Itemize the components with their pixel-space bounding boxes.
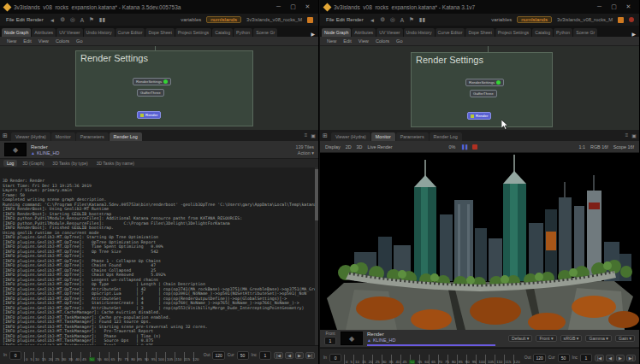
transport-button[interactable]: ◀ <box>285 352 293 359</box>
pane-tab[interactable]: Undo History <box>404 28 435 37</box>
menu-item[interactable]: File <box>325 17 335 22</box>
pane-menu-icon[interactable]: ⊞ <box>3 132 8 139</box>
render-indicator-icon[interactable] <box>618 17 624 23</box>
titlebar[interactable]: 3v3islands_v08_rocks_expansion.katana* -… <box>0 0 318 14</box>
nodegraph-menu-item[interactable]: Edit <box>23 38 32 44</box>
monitor-toolbar-item[interactable]: 2D <box>346 144 352 150</box>
out-field[interactable]: 120 <box>533 354 545 362</box>
pane-tab[interactable]: UV Viewer <box>376 28 402 37</box>
pane-tab[interactable]: Node Graph <box>2 28 31 37</box>
pane-tab[interactable]: Python <box>234 28 252 37</box>
detach-icon[interactable]: ▣ <box>311 132 316 138</box>
transport-button[interactable]: |◀ <box>274 352 283 359</box>
gaffer-node[interactable]: GafferThree <box>470 90 497 97</box>
frame-ruler[interactable]: 0510152025303540455055606570758085909510… <box>24 349 201 361</box>
pane-menu-icon[interactable]: ⊞ <box>323 132 328 139</box>
pane-tab[interactable]: Scene Gr <box>573 28 597 37</box>
out-field[interactable]: 120 <box>212 351 224 360</box>
inc-field[interactable]: 1 <box>259 351 271 360</box>
pause-render-icon[interactable]: ❚❚ <box>460 144 467 150</box>
nodegraph-menu-item[interactable]: Go <box>396 38 402 44</box>
nodegraph-menu-item[interactable]: Go <box>76 38 82 44</box>
pane-tab[interactable]: Project Settings <box>175 28 211 37</box>
render-thumbnail[interactable]: ◆ <box>341 332 363 345</box>
pin-icon[interactable]: ≡ <box>305 132 308 138</box>
monitor-view-option[interactable]: 1:1 <box>579 144 586 150</box>
close-button[interactable]: ✕ <box>622 2 635 12</box>
search-icon[interactable]: ◎ <box>390 16 395 23</box>
inc-field[interactable]: 1 <box>580 354 592 362</box>
transport-button[interactable]: ▶| <box>626 355 636 361</box>
backdrop-node[interactable]: Render Settings <box>75 50 253 126</box>
menu-item[interactable]: Render <box>26 17 44 22</box>
render-pause-icon[interactable]: ▮▮ <box>419 16 425 23</box>
action-dropdown[interactable]: Action ▾ <box>298 150 314 156</box>
maximize-button[interactable]: ▢ <box>607 2 620 12</box>
stop-render-icon[interactable] <box>472 144 477 150</box>
stop-render-icon[interactable] <box>629 17 634 22</box>
pane-tab[interactable]: UV Viewer <box>56 28 82 37</box>
transport-button[interactable]: |◀ <box>595 355 604 361</box>
render-pause-icon[interactable]: ▮▮ <box>99 16 105 23</box>
node-graph-canvas[interactable]: Render Settings RenderSettings GafferThr… <box>0 46 318 130</box>
render-image-city[interactable] <box>320 153 639 330</box>
buffer-field[interactable]: 1 <box>324 337 336 345</box>
rendersettings-node[interactable]: RenderSettings <box>465 79 504 86</box>
bottom-tab[interactable]: Parameters <box>396 132 429 141</box>
nodegraph-menu-item[interactable]: New <box>327 38 336 44</box>
nodegraph-menu-item[interactable]: New <box>7 38 16 44</box>
pane-tab[interactable]: Dope Sheet <box>465 28 494 37</box>
monitor-dropdown[interactable]: Front ▾ <box>536 335 556 342</box>
bottom-tab[interactable]: Monitor <box>371 132 395 141</box>
pane-tab[interactable]: Python <box>554 28 572 37</box>
pin-icon[interactable]: ≡ <box>625 132 629 138</box>
bottom-tab[interactable]: Viewer (Hydra) <box>331 132 370 141</box>
monitor-dropdown[interactable]: Default ▾ <box>508 335 532 342</box>
pane-tab[interactable]: Scene Gr <box>253 28 277 37</box>
render-node[interactable]: Render <box>467 112 491 120</box>
titlebar[interactable]: 3v3islands_v08_rocks_expansion.katana* -… <box>320 0 639 14</box>
log-scrollbar[interactable] <box>315 167 318 345</box>
document-tab[interactable]: 3v3islands_v08_rocks_M <box>557 17 613 22</box>
gear-icon[interactable]: ⚙ <box>60 16 65 23</box>
menu-item[interactable]: Edit <box>335 17 346 22</box>
back-icon[interactable]: ◄ <box>50 17 55 23</box>
pane-tab[interactable]: Curve Editor <box>436 28 465 37</box>
gaffer-node[interactable]: GafferThree <box>137 89 164 97</box>
render-pass[interactable]: ▲ KLINE_HD <box>367 338 495 343</box>
minimize-button[interactable]: ─ <box>272 2 285 12</box>
current-frame-field[interactable]: 50 <box>558 354 570 362</box>
render-pass[interactable]: ▲ KLINE_HD <box>31 150 59 156</box>
log-tab[interactable]: Log <box>3 160 17 167</box>
transport-button[interactable]: ▶| <box>305 352 315 359</box>
maximize-button[interactable]: ▢ <box>287 2 299 12</box>
render-node[interactable]: Render <box>137 111 161 119</box>
current-frame-field[interactable]: 50 <box>237 351 249 360</box>
text-tool-icon[interactable]: A <box>80 17 84 23</box>
transport-button[interactable]: ◀ <box>606 355 614 361</box>
rendersettings-node[interactable]: RenderSettings <box>133 78 171 85</box>
pane-tab[interactable]: Catalog <box>532 28 553 37</box>
monitor-toolbar-item[interactable]: Live Render <box>368 144 393 150</box>
pane-tab[interactable]: Node Graph <box>322 28 351 37</box>
log-tab[interactable]: 3D Tasks (by type) <box>49 160 91 167</box>
frame-ruler[interactable]: 0510152025303540455055606570758085909510… <box>344 352 522 364</box>
node-graph-canvas[interactable]: Render Settings RenderSettings GafferThr… <box>320 46 639 130</box>
gear-icon[interactable]: ⚙ <box>380 16 385 23</box>
pane-tab[interactable]: Attributes <box>32 28 56 37</box>
monitor-dropdown[interactable]: Gamma ▾ <box>585 335 612 342</box>
nodegraph-menu-item[interactable]: View <box>39 38 49 44</box>
nodegraph-menu-item[interactable]: View <box>359 38 369 44</box>
bottom-tab[interactable]: Parameters <box>76 132 109 141</box>
bottom-tab[interactable]: Viewer (Hydra) <box>11 132 50 141</box>
monitor-toolbar-item[interactable]: Display <box>325 144 341 150</box>
pane-tab[interactable]: Dope Sheet <box>145 28 174 37</box>
minimize-button[interactable]: ─ <box>593 2 606 12</box>
search-icon[interactable]: ◎ <box>70 16 75 23</box>
bottom-tab[interactable]: Render Log <box>430 132 462 141</box>
monitor-dropdown[interactable]: Gain ▾ <box>615 335 635 342</box>
document-tab[interactable]: 3v3islands_v08_rocks_M <box>246 17 302 22</box>
render-thumbnail[interactable]: ◆ <box>4 143 27 156</box>
pane-tab[interactable]: Attributes <box>352 28 376 37</box>
variable-dropdown[interactable]: numIslands <box>517 16 552 23</box>
